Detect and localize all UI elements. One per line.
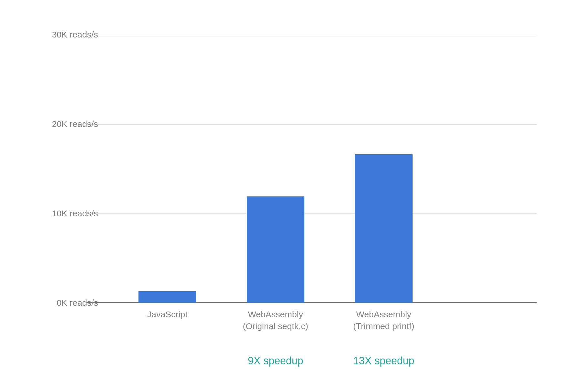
annotation-9x-speedup: 9X speedup (248, 355, 303, 367)
y-tick-20: 20K reads/s (40, 119, 98, 129)
y-tick-30: 30K reads/s (40, 30, 98, 40)
y-tick-0: 0K reads/s (40, 298, 98, 308)
bar-javascript (138, 291, 196, 303)
bars-group (87, 35, 537, 303)
x-tick-webassembly-trimmed: WebAssembly(Trimmed printf) (353, 309, 414, 332)
bar-chart: 30K reads/s 20K reads/s 10K reads/s 0K r… (23, 23, 554, 387)
bar-webassembly-original (247, 196, 304, 303)
y-tick-10: 10K reads/s (40, 209, 98, 218)
annotation-13x-speedup: 13X speedup (353, 355, 414, 367)
bar-webassembly-trimmed (355, 154, 413, 303)
x-tick-webassembly-original: WebAssembly(Original seqtk.c) (243, 309, 308, 332)
x-tick-javascript: JavaScript (147, 309, 188, 320)
plot-area (87, 35, 537, 303)
